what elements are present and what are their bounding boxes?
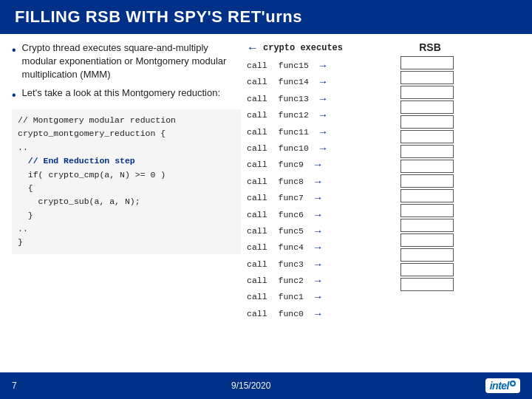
code-line-8: } <box>18 209 235 222</box>
code-line-4: // End Reduction step <box>18 154 235 168</box>
func-arrow-icon: → <box>320 124 326 140</box>
intel-text: intel <box>490 380 509 392</box>
rsb-label: RSB <box>400 41 460 53</box>
func-row: call func4 → <box>247 239 395 256</box>
func-name: func9 <box>279 158 304 171</box>
bullet-item-2: • Let's take a look at this Montgomery r… <box>12 86 241 103</box>
rsb-entry <box>400 174 454 188</box>
rsb-entry <box>400 248 454 262</box>
footer-page: 7 <box>12 381 17 391</box>
middle-panel: ← crypto executes call func15 →call func… <box>247 41 395 366</box>
func-arrow-icon: → <box>315 157 321 173</box>
code-block: // Montgomery modular reduction crypto_m… <box>12 109 241 254</box>
func-arrow-icon: → <box>315 190 321 206</box>
func-arrow-icon: → <box>315 289 321 305</box>
func-call-label: call <box>247 191 267 205</box>
crypto-header: ← crypto executes <box>247 41 395 55</box>
code-line-10: } <box>18 236 235 249</box>
func-arrow-icon: → <box>315 207 321 223</box>
func-arrow-icon: → <box>320 58 326 74</box>
func-arrow-icon: → <box>315 239 321 256</box>
bullet-text-2: Let's take a look at this Montgomery red… <box>22 86 220 100</box>
footer-date: 9/15/2020 <box>231 381 270 391</box>
func-call-label: call <box>247 126 267 139</box>
func-name: func2 <box>279 274 304 287</box>
code-line-2: crypto_montgomery_reduction { <box>18 127 235 140</box>
code-line-6: { <box>18 182 235 195</box>
func-arrow-icon: → <box>315 273 321 289</box>
code-line-7: crypto_sub(a, a, N); <box>18 195 235 208</box>
bullet-points: • Crypto thread executes square-and-mult… <box>12 41 241 103</box>
bullet-dot-1: • <box>12 42 16 58</box>
func-row: call func11 → <box>247 124 395 140</box>
rsb-entry <box>400 145 454 158</box>
func-name: func13 <box>279 92 309 106</box>
rsb-stack <box>400 56 460 291</box>
func-arrow-icon: → <box>315 306 321 322</box>
func-arrow-icon: → <box>315 174 321 190</box>
func-name: func4 <box>279 241 304 254</box>
rsb-entry <box>400 278 454 291</box>
func-row: call func15 → <box>247 58 395 74</box>
func-call-label: call <box>247 307 267 321</box>
bullet-dot-2: • <box>12 87 16 103</box>
func-call-label: call <box>247 274 267 287</box>
rsb-entry <box>400 86 454 99</box>
rsb-entry <box>400 130 454 143</box>
func-row: call func0 → <box>247 306 395 322</box>
footer: 7 9/15/2020 intel <box>0 372 532 399</box>
slide-header: FILLING RSB WITH SPY'S RET'urns <box>0 0 532 34</box>
func-call-label: call <box>247 175 267 188</box>
func-call-label: call <box>247 92 267 106</box>
rsb-entry <box>400 56 454 69</box>
func-call-label: call <box>247 109 267 122</box>
rsb-entry <box>400 189 454 202</box>
rsb-panel: RSB <box>400 41 460 366</box>
func-row: call func12 → <box>247 107 395 123</box>
func-name: func10 <box>279 142 309 155</box>
func-row: call func2 → <box>247 273 395 289</box>
func-call-label: call <box>247 59 267 72</box>
slide-content: • Crypto thread executes square-and-mult… <box>0 34 532 374</box>
func-row: call func9 → <box>247 157 395 173</box>
func-name: func6 <box>279 208 304 222</box>
rsb-entry <box>400 71 454 84</box>
func-name: func8 <box>279 175 304 188</box>
rsb-entry <box>400 204 454 217</box>
func-name: func5 <box>279 225 304 238</box>
func-name: func7 <box>279 191 304 205</box>
func-name: func12 <box>279 109 309 122</box>
func-arrow-icon: → <box>315 256 321 273</box>
rsb-entry <box>400 100 454 114</box>
func-row: call func7 → <box>247 190 395 206</box>
func-name: func11 <box>279 126 309 139</box>
crypto-arrow-icon: ← <box>247 41 259 55</box>
rsb-entry <box>400 233 454 247</box>
code-line-5: if( crypto_cmp(a, N) >= 0 ) <box>18 168 235 182</box>
func-call-label: call <box>247 225 267 238</box>
func-name: func15 <box>279 59 309 72</box>
func-row: call func13 → <box>247 91 395 107</box>
func-call-label: call <box>247 258 267 271</box>
func-name: func14 <box>279 75 309 89</box>
rsb-entry <box>400 160 454 173</box>
func-row: call func1 → <box>247 289 395 305</box>
intel-logo: intel <box>485 378 520 393</box>
func-row: call func3 → <box>247 256 395 273</box>
crypto-label: crypto executes <box>263 43 343 53</box>
func-row: call func10 → <box>247 140 395 157</box>
func-arrow-icon: → <box>320 140 326 157</box>
func-arrow-icon: → <box>315 223 321 239</box>
code-line-1: // Montgomery modular reduction <box>18 114 235 127</box>
func-arrow-icon: → <box>320 74 326 90</box>
func-arrow-icon: → <box>320 91 326 107</box>
bullet-item-1: • Crypto thread executes square-and-mult… <box>12 41 241 82</box>
bullet-text-1: Crypto thread executes square-and-multip… <box>22 41 241 82</box>
code-comment: // End Reduction step <box>28 156 135 166</box>
code-line-9: .. <box>18 222 235 236</box>
func-call-label: call <box>247 290 267 304</box>
func-name: func1 <box>279 290 304 304</box>
intel-circle-icon <box>510 381 516 386</box>
func-row: call func5 → <box>247 223 395 239</box>
func-call-label: call <box>247 142 267 155</box>
